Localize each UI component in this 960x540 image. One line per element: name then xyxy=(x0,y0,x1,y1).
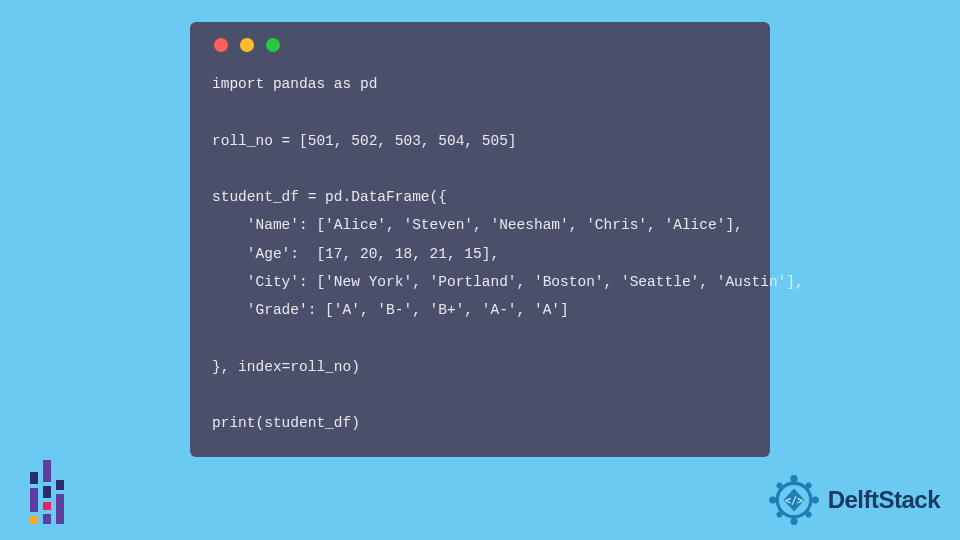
brand-logo: </> DelftStack xyxy=(766,472,940,528)
svg-point-1 xyxy=(790,475,797,482)
minimize-icon xyxy=(240,38,254,52)
svg-point-5 xyxy=(776,483,782,489)
code-block: import pandas as pd roll_no = [501, 502,… xyxy=(212,70,748,437)
brand-name: DelftStack xyxy=(828,486,940,514)
svg-point-6 xyxy=(805,483,811,489)
gear-badge-icon: </> xyxy=(766,472,822,528)
svg-point-3 xyxy=(769,497,776,504)
close-icon xyxy=(214,38,228,52)
svg-point-8 xyxy=(805,512,811,518)
svg-point-7 xyxy=(776,512,782,518)
traffic-lights xyxy=(214,38,748,52)
maximize-icon xyxy=(266,38,280,52)
svg-point-2 xyxy=(790,518,797,525)
code-window: import pandas as pd roll_no = [501, 502,… xyxy=(190,22,770,457)
svg-point-4 xyxy=(812,497,819,504)
svg-text:</>: </> xyxy=(785,495,803,506)
logo-bars-icon xyxy=(30,460,64,524)
